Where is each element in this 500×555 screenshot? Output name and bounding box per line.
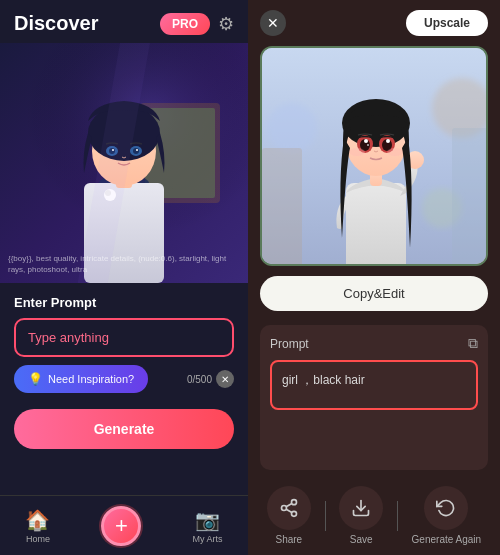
clear-button[interactable]: ✕ [216, 370, 234, 388]
pro-button[interactable]: PRO [160, 13, 210, 35]
prompt-header-right: Prompt ⧉ [270, 335, 478, 352]
share-icon [279, 498, 299, 518]
svg-rect-24 [346, 183, 406, 266]
prompt-input-container [14, 318, 234, 357]
share-label: Share [276, 534, 303, 545]
copy-icon[interactable]: ⧉ [468, 335, 478, 352]
prompt-label: Enter Prompt [14, 295, 234, 310]
action-divider-2 [397, 501, 398, 531]
generate-again-label: Generate Again [412, 534, 482, 545]
svg-point-35 [367, 144, 369, 146]
save-icon [351, 498, 371, 518]
inspiration-button[interactable]: 💡 Need Inspiration? [14, 365, 148, 393]
right-image-container [260, 46, 488, 266]
save-button[interactable] [339, 486, 383, 530]
arts-icon: 📷 [195, 508, 220, 532]
nav-arts[interactable]: 📷 My Arts [192, 508, 222, 544]
svg-line-42 [286, 503, 292, 506]
add-icon: + [115, 515, 128, 537]
arts-label: My Arts [192, 534, 222, 544]
image-caption: {{boy}}, best quality, intricate details… [8, 254, 240, 275]
left-panel: Discover PRO ⚙ [0, 0, 248, 555]
bulb-icon: 💡 [28, 372, 43, 386]
generated-artwork [262, 48, 488, 266]
gear-icon[interactable]: ⚙ [218, 13, 234, 35]
svg-point-34 [386, 139, 390, 143]
hero-image-container: {{boy}}, best quality, intricate details… [0, 43, 248, 283]
nav-home[interactable]: 🏠 Home [25, 508, 50, 544]
svg-point-16 [136, 149, 138, 151]
svg-point-19 [267, 103, 317, 153]
svg-point-39 [281, 506, 286, 511]
close-button[interactable]: ✕ [260, 10, 286, 36]
prompt-input[interactable] [14, 318, 234, 357]
svg-rect-23 [452, 128, 488, 266]
save-action[interactable]: Save [339, 486, 383, 545]
generate-button[interactable]: Generate [14, 409, 234, 449]
prompt-text-box: girl ，black hair [270, 360, 478, 410]
inspiration-label: Need Inspiration? [48, 373, 134, 385]
upscale-button[interactable]: Upscale [406, 10, 488, 36]
share-action[interactable]: Share [267, 486, 311, 545]
prompt-section-left: Enter Prompt 💡 Need Inspiration? 0/500 ✕ [0, 283, 248, 401]
svg-point-40 [291, 511, 296, 516]
svg-point-38 [291, 500, 296, 505]
char-count-display: 0/500 ✕ [187, 370, 234, 388]
inspiration-row: 💡 Need Inspiration? 0/500 ✕ [14, 365, 234, 393]
left-header: Discover PRO ⚙ [0, 0, 248, 43]
share-button[interactable] [267, 486, 311, 530]
svg-point-14 [133, 148, 139, 154]
svg-point-33 [364, 139, 368, 143]
header-right: PRO ⚙ [160, 13, 234, 35]
action-divider-1 [325, 501, 326, 531]
bottom-nav: 🏠 Home + 📷 My Arts [0, 495, 248, 555]
generate-again-action[interactable]: Generate Again [412, 486, 482, 545]
char-count-text: 0/500 [187, 374, 212, 385]
prompt-text: girl ，black hair [282, 373, 365, 387]
svg-line-41 [286, 509, 292, 512]
nav-add-button[interactable]: + [101, 506, 141, 546]
action-row: Share Save Generate Again [248, 474, 500, 555]
page-title: Discover [14, 12, 99, 35]
prompt-label-right: Prompt [270, 337, 309, 351]
right-header: ✕ Upscale [248, 0, 500, 46]
svg-rect-22 [262, 148, 302, 266]
prompt-section-right: Prompt ⧉ girl ，black hair [260, 325, 488, 470]
generate-again-icon [436, 498, 456, 518]
generate-again-button[interactable] [424, 486, 468, 530]
hero-artwork [0, 43, 248, 283]
svg-point-37 [387, 148, 403, 156]
copy-edit-button[interactable]: Copy&Edit [260, 276, 488, 311]
home-icon: 🏠 [25, 508, 50, 532]
save-label: Save [350, 534, 373, 545]
svg-point-36 [349, 148, 365, 156]
right-panel: ✕ Upscale [248, 0, 500, 555]
home-label: Home [26, 534, 50, 544]
